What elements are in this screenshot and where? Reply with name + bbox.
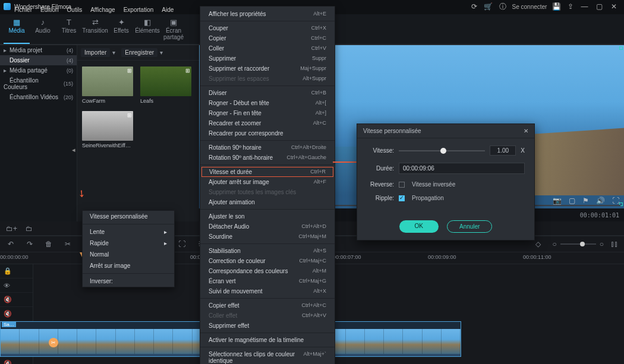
track-header[interactable]: 🔒 bbox=[0, 264, 33, 278]
context-menu-item[interactable]: Correspondance des couleursAlt+M bbox=[200, 266, 335, 276]
reverse-checkbox[interactable] bbox=[399, 182, 405, 188]
submenu-item[interactable]: Rapide▸ bbox=[83, 238, 174, 249]
context-menu-item[interactable]: DiviserCtrl+B bbox=[200, 88, 335, 98]
submenu-item[interactable]: Vitesse personnalisée bbox=[83, 211, 174, 222]
close-icon[interactable]: ✕ bbox=[607, 2, 620, 11]
context-menu-item[interactable]: Copier effetCtrl+Alt+C bbox=[200, 300, 335, 311]
tab-média[interactable]: ▦Média bbox=[4, 17, 30, 44]
ok-button[interactable]: OK bbox=[399, 220, 439, 233]
menu-fichier[interactable]: Fichier bbox=[14, 7, 32, 13]
media-thumbnail[interactable]: ⊞CowFarm bbox=[82, 67, 133, 104]
toolbar-icon[interactable]: ↷ bbox=[25, 240, 34, 248]
context-menu-item[interactable]: CouperCtrl+X bbox=[200, 23, 335, 33]
context-menu-item[interactable]: Rotation 90º anti-horaireCtrl+Alt+Gauche bbox=[200, 153, 335, 163]
context-menu-item[interactable]: Ajouter animation bbox=[200, 197, 335, 207]
context-menu-item[interactable]: Sélectionnez les clips de couleur identi… bbox=[200, 349, 335, 364]
menu-aide[interactable]: Aide bbox=[162, 7, 174, 13]
split-marker-icon[interactable]: ✂ bbox=[49, 338, 58, 347]
tab-transition[interactable]: ⇄Transition bbox=[82, 17, 108, 44]
marker-icon[interactable]: ⚑ bbox=[582, 197, 589, 205]
context-menu-item[interactable]: Ajouter arrêt sur imageAlt+F bbox=[200, 177, 335, 187]
context-menu-item[interactable]: Rogner - Début en têteAlt+[ bbox=[200, 98, 335, 108]
import-button[interactable]: Importer bbox=[81, 48, 110, 57]
menu-exportation[interactable]: Exportation bbox=[124, 7, 154, 13]
submenu-item[interactable]: Lente▸ bbox=[83, 226, 174, 238]
toolbar-icon[interactable]: ⛶ bbox=[177, 240, 187, 248]
submenu-reverse[interactable]: Inverser: bbox=[83, 276, 174, 287]
tab-écran partagé[interactable]: ▣Écran partagé bbox=[160, 17, 187, 44]
menu-affichage[interactable]: Affichage bbox=[90, 7, 115, 13]
reverse-label: Reverse: bbox=[367, 181, 394, 188]
speed-slider[interactable] bbox=[399, 150, 485, 151]
context-menu-item[interactable]: Écran vertCtrl+Maj+G bbox=[200, 276, 335, 286]
zoom-out-icon[interactable]: ○ bbox=[553, 240, 557, 248]
zoom-fit-icon[interactable]: ⫿⫿ bbox=[611, 240, 618, 248]
context-menu-item[interactable]: Vitesse et duréeCtrl+R bbox=[201, 167, 333, 177]
context-menu-item[interactable]: Activer le magnétisme de la timeline bbox=[200, 335, 335, 345]
track-header[interactable]: 🔇 bbox=[0, 307, 33, 321]
media-thumbnail[interactable]: ⊞Leafs bbox=[140, 67, 191, 104]
cart-icon[interactable]: 🛒 bbox=[484, 2, 493, 11]
toolbar-icon[interactable]: ↶ bbox=[6, 240, 15, 248]
tree-item[interactable]: Dossier(4) bbox=[0, 55, 77, 65]
zoom-in-icon[interactable]: ○ bbox=[600, 240, 604, 248]
context-menu-item[interactable]: SupprimerSuppr bbox=[200, 53, 335, 64]
tab-éléments[interactable]: ◧Éléments bbox=[134, 17, 160, 44]
context-menu-item[interactable]: Supprimer et raccorderMaj+Suppr bbox=[200, 64, 335, 74]
mark-icon[interactable]: ◇ bbox=[534, 240, 543, 248]
context-menu-item[interactable]: Correction de couleurCtrl+Maj+C bbox=[200, 256, 335, 266]
bell-icon[interactable]: ⓘ bbox=[498, 2, 508, 11]
maximize-icon[interactable]: ▢ bbox=[593, 2, 606, 11]
submenu-item[interactable]: Normal bbox=[83, 249, 174, 260]
tab-effets[interactable]: ✦Effets bbox=[108, 17, 134, 44]
volume-icon[interactable]: 🔊 bbox=[596, 197, 605, 205]
context-menu-item[interactable]: CollerCtrl+V bbox=[200, 43, 335, 53]
context-menu-item[interactable]: Suivi de mouvementAlt+X bbox=[200, 286, 335, 296]
track-header[interactable]: 🔇 bbox=[0, 357, 33, 364]
context-menu-item[interactable]: Détacher AudioCtrl+Alt+D bbox=[200, 221, 335, 232]
speed-value[interactable]: 1.00 bbox=[490, 145, 516, 156]
minimize-icon[interactable]: — bbox=[578, 2, 591, 11]
context-menu-item[interactable]: Rotation 90º horaireCtrl+Alt+Droite bbox=[200, 143, 335, 153]
context-menu-item[interactable]: CopierCtrl+C bbox=[200, 33, 335, 43]
tree-item[interactable]: ▸Média partagé(0) bbox=[0, 65, 77, 75]
context-menu-item[interactable]: Ajuster le son bbox=[200, 211, 335, 221]
reverse-cb-label: Vitesse inversée bbox=[412, 181, 455, 188]
tree-item[interactable]: Échantillon Couleurs(15) bbox=[0, 75, 77, 92]
context-menu-item[interactable]: Afficher les propriétésAlt+E bbox=[200, 9, 335, 19]
duration-field[interactable] bbox=[399, 163, 525, 174]
tab-audio[interactable]: ♪Audio bbox=[30, 17, 56, 44]
context-menu-item[interactable]: Rogner - Fin en têteAlt+] bbox=[200, 108, 335, 118]
toolbar-icon[interactable]: ✂ bbox=[63, 240, 73, 248]
toolbar-icon[interactable]: 🗑 bbox=[44, 240, 53, 248]
new-folder-icon[interactable]: 🗀+ bbox=[6, 224, 17, 233]
fullscreen-icon[interactable]: ⛶ bbox=[612, 197, 619, 205]
tree-item[interactable]: ▸Média projet(4) bbox=[0, 45, 77, 55]
menu-édition[interactable]: Édition bbox=[40, 7, 59, 13]
export-icon[interactable]: ⇪ bbox=[566, 2, 575, 11]
record-button[interactable]: Enregistrer bbox=[121, 48, 157, 57]
folder-icon[interactable]: 🗀 bbox=[26, 224, 33, 233]
submenu-item[interactable]: Arrêt sur image bbox=[83, 260, 174, 271]
context-menu-item[interactable]: Recadrer et zoomerAlt+C bbox=[200, 118, 335, 128]
zoom-slider[interactable]: ○ ○ ⫿⫿ bbox=[553, 240, 619, 248]
context-menu-item[interactable]: Recadrer pour correspondre bbox=[200, 128, 335, 138]
media-thumbnail[interactable]: ⊞SeineRiverwithEiffelTow… bbox=[82, 111, 133, 148]
track-header[interactable]: 👁 bbox=[0, 278, 33, 293]
menu-outils[interactable]: Outils bbox=[67, 7, 83, 13]
tab-titres[interactable]: TTitres bbox=[56, 17, 82, 44]
tree-item[interactable]: Échantillon Vidéos(20) bbox=[0, 92, 77, 102]
context-menu-item[interactable]: Supprimer effet bbox=[200, 321, 335, 331]
collapse-icon[interactable]: ◂ bbox=[72, 146, 75, 154]
save-icon[interactable]: 💾 bbox=[551, 2, 561, 11]
ripple-checkbox[interactable] bbox=[399, 195, 405, 201]
context-menu-item[interactable]: StabilisationAlt+S bbox=[200, 246, 335, 256]
track-header[interactable]: 🔇 bbox=[0, 293, 33, 307]
cancel-button[interactable]: Annuler bbox=[447, 220, 492, 233]
dialog-close-icon[interactable]: ✕ bbox=[524, 128, 528, 134]
snapshot-icon[interactable]: 📷 bbox=[553, 197, 562, 205]
refresh-icon[interactable]: ⟳ bbox=[469, 2, 479, 11]
quality-icon[interactable]: ▢ bbox=[569, 197, 575, 205]
context-menu-item[interactable]: SourdineCtrl+Maj+M bbox=[200, 232, 335, 242]
signin-link[interactable]: Se connecter bbox=[512, 2, 547, 11]
